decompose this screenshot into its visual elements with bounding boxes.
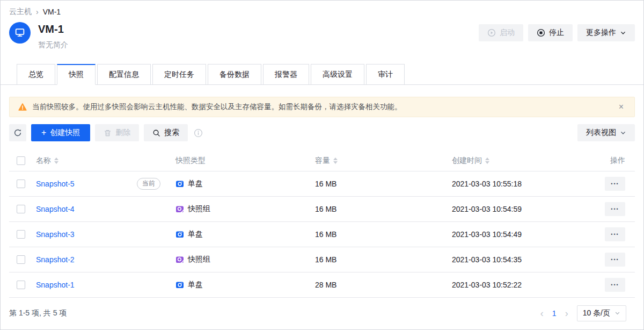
title-block: VM-1 暂无简介 — [38, 22, 68, 50]
tab-configuration[interactable]: 配置信息 — [97, 64, 151, 84]
monitor-icon — [14, 26, 26, 40]
delete-button[interactable]: 删除 — [95, 124, 139, 141]
breadcrumb: 云主机 › VM-1 — [1, 1, 643, 17]
current-badge: 当前 — [137, 178, 160, 190]
close-icon[interactable]: × — [617, 102, 626, 112]
tab-audit[interactable]: 审计 — [366, 64, 405, 84]
start-button-label: 启动 — [500, 28, 515, 38]
row-checkbox[interactable] — [17, 255, 25, 264]
table-row: Snapshot-1 单盘 28 MB 2021-03-03 10:52:22 … — [9, 272, 635, 298]
create-snapshot-button[interactable]: + 创建快照 — [31, 124, 90, 141]
header-actions: 启动 停止 更多操作 — [479, 22, 635, 41]
sort-icon[interactable] — [54, 157, 58, 164]
breadcrumb-root[interactable]: 云主机 — [9, 7, 32, 17]
tab-content: 当前快照较多。使用过多快照会影响云主机性能、数据安全以及主存储容量。如需长期备份… — [1, 85, 643, 328]
plus-icon: + — [41, 128, 46, 137]
next-page-icon[interactable]: › — [565, 309, 568, 318]
table-row: Snapshot-5 当前 单盘 16 MB 2021-03-03 10:55:… — [9, 171, 635, 197]
select-all-checkbox[interactable] — [17, 156, 25, 165]
info-icon[interactable] — [194, 128, 203, 138]
pagination: ‹ 1 › 10 条/页 — [540, 305, 626, 321]
table-row: Snapshot-4 快照组 16 MB 2021-03-03 10:54:59… — [9, 197, 635, 222]
snapshot-type-label: 快照组 — [188, 255, 210, 264]
snapshot-name-link[interactable]: Snapshot-4 — [36, 205, 75, 213]
row-checkbox[interactable] — [17, 205, 25, 213]
row-checkbox[interactable] — [17, 180, 25, 188]
delete-label: 删除 — [115, 128, 130, 138]
table-row: Snapshot-2 快照组 16 MB 2021-03-03 10:54:35… — [9, 247, 635, 272]
page-size-select[interactable]: 10 条/页 — [577, 305, 626, 321]
create-snapshot-label: 创建快照 — [50, 128, 80, 138]
snapshot-group-icon — [175, 205, 184, 213]
snapshot-capacity: 16 MB — [315, 255, 452, 264]
column-header-capacity: 容量 — [315, 156, 330, 166]
prev-page-icon[interactable]: ‹ — [540, 309, 544, 318]
snapshot-capacity: 16 MB — [315, 205, 452, 213]
stop-circle-icon — [537, 28, 545, 37]
warning-message: 当前快照较多。使用过多快照会影响云主机性能、数据安全以及主存储容量。如需长期备份… — [32, 102, 402, 112]
view-mode-dropdown[interactable]: 列表视图 — [577, 124, 635, 141]
chevron-down-icon — [614, 310, 620, 316]
snapshot-type-label: 快照组 — [188, 204, 210, 214]
tab-backup-data[interactable]: 备份数据 — [208, 64, 261, 84]
table-row: Snapshot-3 单盘 16 MB 2021-03-03 10:54:49 … — [9, 222, 635, 247]
snapshot-capacity: 16 MB — [315, 180, 452, 188]
sort-icon[interactable] — [333, 157, 338, 164]
row-actions-button[interactable]: ••• — [605, 278, 625, 292]
tab-snapshots[interactable]: 快照 — [57, 64, 96, 85]
start-button[interactable]: 启动 — [479, 24, 523, 41]
snapshot-created-time: 2021-03-03 10:54:49 — [452, 230, 598, 239]
snapshot-name-link[interactable]: Snapshot-2 — [36, 255, 75, 264]
more-actions-button[interactable]: 更多操作 — [577, 24, 635, 41]
row-actions-button[interactable]: ••• — [605, 227, 625, 241]
more-actions-label: 更多操作 — [586, 28, 616, 38]
snapshot-name-link[interactable]: Snapshot-1 — [36, 281, 75, 289]
ellipsis-icon: ••• — [611, 282, 619, 288]
row-actions-button[interactable]: ••• — [605, 177, 625, 191]
play-circle-icon — [487, 28, 496, 37]
row-checkbox[interactable] — [17, 230, 25, 239]
snapshot-group-icon — [175, 255, 184, 264]
tab-advanced-settings[interactable]: 高级设置 — [311, 64, 364, 84]
row-checkbox[interactable] — [17, 281, 25, 289]
tab-bar: 总览 快照 配置信息 定时任务 备份数据 报警器 高级设置 审计 — [1, 64, 643, 85]
tab-overview[interactable]: 总览 — [17, 64, 55, 84]
snapshot-created-time: 2021-03-03 10:54:59 — [452, 205, 598, 213]
warning-icon — [18, 103, 27, 111]
page-header: VM-1 暂无简介 启动 停止 更多操作 — [1, 17, 643, 50]
table-header-row: 名称 快照类型 容量 创建时间 — [9, 150, 635, 171]
table-footer: 第 1-5 项, 共 5 项 ‹ 1 › 10 条/页 — [9, 298, 635, 328]
column-header-actions: 操作 — [610, 156, 625, 166]
breadcrumb-separator: › — [36, 8, 39, 16]
page-subtitle: 暂无简介 — [38, 40, 68, 50]
single-disk-snapshot-icon — [175, 230, 184, 239]
search-button[interactable]: 搜索 — [144, 124, 188, 141]
ellipsis-icon: ••• — [611, 257, 619, 262]
page-number[interactable]: 1 — [552, 309, 557, 318]
single-disk-snapshot-icon — [175, 281, 184, 289]
view-mode-label: 列表视图 — [586, 128, 616, 138]
trash-icon — [104, 129, 112, 137]
ellipsis-icon: ••• — [611, 232, 619, 237]
snapshot-name-link[interactable]: Snapshot-5 — [36, 180, 75, 188]
refresh-button[interactable] — [9, 124, 26, 141]
page-title: VM-1 — [38, 22, 68, 36]
stop-button-label: 停止 — [549, 28, 564, 38]
tab-alarms[interactable]: 报警器 — [263, 64, 309, 84]
row-actions-button[interactable]: ••• — [605, 253, 625, 267]
snapshot-name-link[interactable]: Snapshot-3 — [36, 230, 75, 239]
chevron-down-icon — [620, 30, 626, 36]
snapshot-created-time: 2021-03-03 10:52:22 — [452, 281, 598, 289]
ellipsis-icon: ••• — [611, 206, 619, 212]
column-header-name: 名称 — [36, 156, 51, 166]
row-actions-button[interactable]: ••• — [605, 202, 625, 216]
column-header-created: 创建时间 — [452, 156, 482, 166]
page-size-value: 10 条/页 — [583, 309, 610, 318]
chevron-down-icon — [620, 130, 626, 136]
snapshot-capacity: 16 MB — [315, 230, 452, 239]
vm-detail-page: 云主机 › VM-1 VM-1 暂无简介 启动 停止 — [0, 0, 644, 330]
tab-scheduled-tasks[interactable]: 定时任务 — [152, 64, 206, 84]
stop-button[interactable]: 停止 — [528, 24, 573, 41]
snapshot-toolbar: + 创建快照 删除 搜索 列表视图 — [9, 124, 635, 141]
sort-icon[interactable] — [485, 157, 489, 164]
